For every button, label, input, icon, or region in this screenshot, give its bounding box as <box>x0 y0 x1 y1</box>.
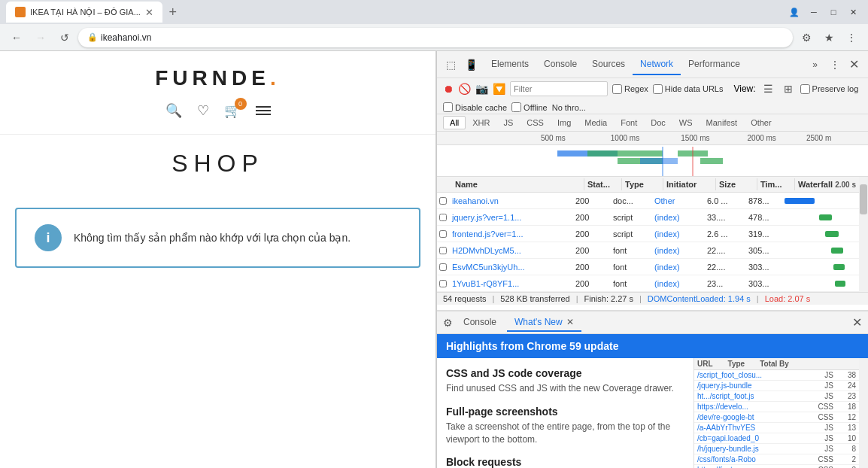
tab-close-icon[interactable]: ✕ <box>145 8 153 17</box>
hamburger-menu-button[interactable] <box>256 106 271 115</box>
tab-console-bottom[interactable]: Console <box>456 314 504 332</box>
tab-close-icon[interactable]: ✕ <box>566 317 574 327</box>
filter-ws[interactable]: WS <box>672 116 700 129</box>
tab-elements[interactable]: Elements <box>484 54 536 75</box>
wishlist-button[interactable]: ♡ <box>197 102 209 119</box>
filter-xhr[interactable]: XHR <box>466 116 496 129</box>
hide-data-urls-label[interactable]: Hide data URLs <box>653 84 724 94</box>
sidebar-row[interactable]: /script_foot_closu...JS38 <box>694 370 859 381</box>
row-name[interactable]: frontend.js?ver=1... <box>449 229 572 239</box>
device-icon[interactable]: 📱 <box>462 56 481 74</box>
close-button[interactable]: ✕ <box>844 5 862 20</box>
inspect-icon[interactable]: ⬚ <box>443 56 459 74</box>
row-initiator[interactable]: (index) <box>651 213 704 222</box>
screenshot-button[interactable]: 📷 <box>475 83 488 95</box>
cart-button[interactable]: 🛒 0 <box>224 102 241 119</box>
filter-font[interactable]: Font <box>614 116 644 129</box>
row-checkbox[interactable] <box>439 214 447 221</box>
extension-icon[interactable]: ⚙ <box>796 27 817 48</box>
row-checkbox[interactable] <box>439 197 447 205</box>
minimize-button[interactable]: ─ <box>805 5 823 20</box>
row-initiator[interactable]: (index) <box>651 279 704 288</box>
new-tab-button[interactable]: + <box>162 2 184 23</box>
sidebar-row[interactable]: /jquery.js-bundleJS24 <box>694 381 859 391</box>
filter-css[interactable]: CSS <box>520 116 551 129</box>
sidebar-type: CSS <box>815 455 833 463</box>
view-grouped-icon[interactable]: ⊞ <box>781 80 796 98</box>
row-initiator[interactable]: (index) <box>651 246 704 255</box>
menu-icon[interactable]: ⋮ <box>841 27 862 48</box>
table-row[interactable]: frontend.js?ver=1... 200 script (index) … <box>437 226 859 242</box>
table-row[interactable]: EsvMC5un3kjyUh... 200 font (index) 22...… <box>437 259 859 275</box>
filter-input[interactable] <box>510 81 608 96</box>
more-tabs-icon[interactable]: » <box>806 56 824 73</box>
table-row[interactable]: H2DMvhDLycM5... 200 font (index) 22.... … <box>437 242 859 259</box>
filter-js[interactable]: JS <box>496 116 520 129</box>
row-initiator[interactable]: Other <box>651 196 704 205</box>
tab-whats-new[interactable]: What's New ✕ <box>507 314 581 332</box>
disable-cache-label[interactable]: Disable cache <box>443 102 507 112</box>
sidebar-row[interactable]: ht.../script_foot.jsJS23 <box>694 391 859 402</box>
row-name[interactable]: 1YvuB1-rQ8YF1... <box>449 279 572 288</box>
filter-other[interactable]: Other <box>744 116 778 129</box>
filter-icon[interactable]: 🔽 <box>493 83 505 95</box>
table-row[interactable]: 1YvuB1-rQ8YF1... 200 font (index) 23... … <box>437 275 859 292</box>
browser-tab[interactable]: IKEA TẠI HÀ NỘI – ĐỒ GIA... ✕ <box>6 2 162 23</box>
filter-doc[interactable]: Doc <box>644 116 672 129</box>
table-row[interactable]: jquery.js?ver=1.1... 200 script (index) … <box>437 209 859 226</box>
sidebar-type: JS <box>815 434 833 442</box>
row-initiator[interactable]: (index) <box>651 229 704 239</box>
row-name[interactable]: ikeahanoi.vn <box>449 196 572 205</box>
regex-checkbox[interactable] <box>612 84 622 94</box>
devtools-close-button[interactable]: ✕ <box>846 54 862 74</box>
table-row[interactable]: ikeahanoi.vn 200 doc... Other 6.0 ... 87… <box>437 193 859 209</box>
row-name[interactable]: jquery.js?ver=1.1... <box>449 213 572 222</box>
back-button[interactable]: ← <box>6 27 27 48</box>
forward-button[interactable]: → <box>30 27 51 48</box>
search-button[interactable]: 🔍 <box>165 102 182 119</box>
tab-network[interactable]: Network <box>633 54 681 75</box>
filter-all[interactable]: All <box>443 116 466 129</box>
user-icon[interactable]: 👤 <box>785 5 803 20</box>
row-checkbox[interactable] <box>439 280 447 287</box>
filter-manifest[interactable]: Manifest <box>700 116 745 129</box>
view-list-icon[interactable]: ☰ <box>760 80 776 98</box>
row-checkbox[interactable] <box>439 230 447 238</box>
filter-img[interactable]: Img <box>551 116 578 129</box>
row-name[interactable]: H2DMvhDLycM5... <box>449 246 572 255</box>
tab-console[interactable]: Console <box>536 54 584 75</box>
clear-button[interactable]: 🚫 <box>458 83 471 95</box>
hide-data-urls-checkbox[interactable] <box>653 84 663 94</box>
console-settings-icon[interactable]: ⚙ <box>443 317 453 329</box>
preserve-log-label[interactable]: Preserve log <box>800 84 859 94</box>
sidebar-row[interactable]: https://fonts...CSS3 <box>694 465 859 468</box>
reload-button[interactable]: ↺ <box>54 27 75 48</box>
preserve-log-checkbox[interactable] <box>800 84 810 94</box>
row-name[interactable]: EsvMC5un3kjyUh... <box>449 263 572 272</box>
row-initiator[interactable]: (index) <box>651 263 704 272</box>
console-scrollbar[interactable] <box>859 358 868 468</box>
row-checkbox[interactable] <box>439 247 447 254</box>
table-scroll-thumb[interactable] <box>860 184 867 214</box>
sidebar-row[interactable]: /cb=gapi.loaded_0JS10 <box>694 433 859 444</box>
offline-label[interactable]: Offline <box>511 102 548 112</box>
row-checkbox[interactable] <box>439 263 447 271</box>
record-button[interactable]: ⏺ <box>443 83 454 95</box>
offline-checkbox[interactable] <box>511 102 521 112</box>
regex-checkbox-label[interactable]: Regex <box>612 84 648 94</box>
table-scrollbar[interactable] <box>859 177 868 292</box>
sidebar-row[interactable]: /h/jquery-bundle.jsJS8 <box>694 444 859 454</box>
sidebar-row[interactable]: /css/fonts/a-RoboCSS2 <box>694 454 859 465</box>
sidebar-row[interactable]: https://develo...CSS18 <box>694 402 859 412</box>
bookmark-icon[interactable]: ★ <box>818 27 839 48</box>
tab-performance[interactable]: Performance <box>681 54 748 75</box>
tab-sources[interactable]: Sources <box>584 54 633 75</box>
sidebar-row[interactable]: /a-AAbYrThvYESJS13 <box>694 423 859 433</box>
address-bar[interactable]: 🔒 ikeahanoi.vn <box>78 28 793 47</box>
maximize-button[interactable]: □ <box>824 5 842 20</box>
console-close-button[interactable]: ✕ <box>852 315 862 330</box>
sidebar-row[interactable]: /dev/re-google-btCSS12 <box>694 412 859 423</box>
devtools-settings-icon[interactable]: ⋮ <box>827 56 843 74</box>
disable-cache-checkbox[interactable] <box>443 102 453 112</box>
filter-media[interactable]: Media <box>578 116 614 129</box>
